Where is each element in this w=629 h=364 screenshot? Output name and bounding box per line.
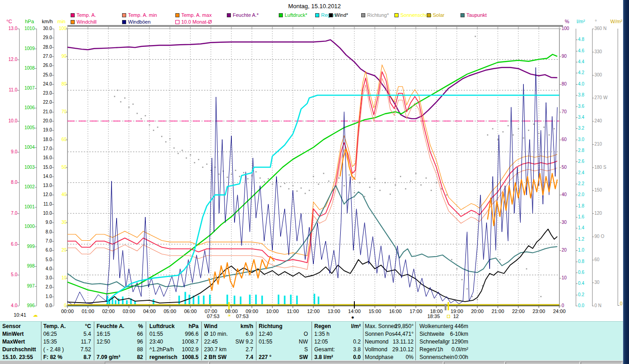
table-cell: 3.8 [334, 347, 361, 352]
x-tick-label: 14:00 [344, 309, 364, 314]
weather-app-window: Montag, 15.10.2012 Temp. A.Temp. A. minT… [0, 0, 629, 364]
table-cell: 29.10.12 [373, 347, 414, 352]
table-divider [94, 322, 94, 361]
x-tick-label: 16:00 [385, 309, 405, 314]
table-divider [41, 322, 41, 361]
x-tick-label: 23:00 [529, 309, 549, 314]
x-tick-label: 01:00 [78, 309, 98, 314]
table-cell: hPa [173, 324, 199, 329]
moonrise-time-label: 10:41 [14, 313, 26, 318]
table-cell: 11.7 [67, 339, 91, 344]
table-divider [256, 322, 256, 361]
sunrise-time-label-2: 07:53 [232, 314, 252, 319]
table-cell: O [280, 331, 308, 337]
new-moon-icon: ● [351, 314, 354, 320]
table-cell: SW [280, 354, 308, 360]
moonrise-icon: ☁ [33, 312, 38, 318]
table-cell: °C [67, 324, 91, 329]
table-divider [312, 322, 312, 361]
x-tick-label: 20:00 [467, 309, 487, 314]
table-cell: Durchschnitt [2, 347, 40, 352]
x-tick-label: 05:00 [160, 309, 180, 314]
table-cell: 6-10km [430, 331, 468, 337]
table-cell: 8.7 [67, 354, 91, 360]
status-bar-segment [105, 362, 209, 364]
x-tick-label: 12:00 [303, 309, 323, 314]
x-tick-label: 21:00 [488, 309, 508, 314]
table-cell: 0.2 [334, 339, 361, 344]
table-cell: SW 9.2 [225, 339, 253, 344]
sunrise-time-label: 07:53 [199, 314, 227, 319]
table-cell: 0.0 [334, 354, 361, 360]
sunset-time-label: 18:35 [424, 314, 444, 319]
table-cell: l/m² [334, 324, 361, 329]
table-cell: 0:00h [430, 354, 468, 360]
table-cell: 96 [118, 339, 143, 344]
table-cell: 5.4 [67, 331, 91, 337]
table-cell: 6.9 [225, 331, 253, 337]
table-cell: 0% [373, 354, 414, 360]
table-cell: 1008.5 [173, 354, 199, 360]
sunset-extra-label: 12 [451, 314, 460, 319]
x-tick-label: 13:00 [324, 309, 344, 314]
x-tick-label: 17:00 [406, 309, 426, 314]
table-cell: % [118, 324, 143, 329]
sunset-square-icon [447, 315, 450, 318]
table-cell: NW [280, 339, 308, 344]
table-cell: 7.4 [225, 354, 253, 360]
table-cell: 66 [118, 331, 143, 337]
table-cell: 1290m [430, 339, 468, 344]
stats-table: SensorTemp. A.°CFeuchte A.%LuftdruckhPaW… [0, 321, 623, 360]
table-cell: Sensor [2, 324, 40, 329]
table-divider [201, 322, 202, 361]
x-tick-label: 06:00 [180, 309, 200, 314]
table-cell: S [280, 347, 308, 352]
status-bar-segment [444, 362, 505, 364]
status-bar-segment [210, 362, 443, 364]
x-tick-label: 11:00 [283, 309, 303, 314]
window-border-right [623, 0, 629, 364]
table-cell: 7.52 [67, 347, 91, 352]
table-cell: 88 [118, 347, 143, 352]
status-bar-segment [581, 362, 622, 364]
table-cell: Richtung [259, 324, 286, 329]
x-tick-label: 15:00 [365, 309, 385, 314]
x-tick-label: 02:00 [98, 309, 118, 314]
table-cell: 996.6 [173, 331, 199, 337]
table-cell: 2.7 [225, 347, 253, 352]
table-cell: 1002.9 [173, 347, 199, 352]
table-divider [415, 322, 416, 361]
x-tick-label: 04:00 [139, 309, 159, 314]
sunrise-icon: ☀ [227, 313, 231, 318]
table-cell: 13.11.12 [373, 339, 414, 344]
x-tick-label: 00:00 [57, 309, 77, 314]
table-cell: MinWert [2, 331, 40, 337]
status-bar-segment [506, 362, 580, 364]
x-tick-label: 22:00 [508, 309, 528, 314]
x-tick-label: 03:00 [119, 309, 139, 314]
table-cell: 1008.7 [173, 339, 199, 344]
table-cell: 82 [118, 354, 143, 360]
x-tick-label: 10:00 [262, 309, 282, 314]
x-tick-label: 24:00 [549, 309, 569, 314]
table-cell: MaxWert [2, 339, 40, 344]
table-cell: 0.0l/m² [430, 347, 468, 352]
table-cell: 446m [430, 324, 468, 329]
table-divider [146, 322, 146, 361]
table-cell: 29,850° [373, 324, 414, 329]
table-cell: -44,471° [373, 331, 414, 337]
status-bar [0, 360, 623, 364]
table-cell: 15.10. 23:55 [2, 354, 40, 360]
table-cell: km/h [225, 324, 253, 329]
table-cell: 1:35 h [314, 331, 343, 337]
table-divider [363, 322, 363, 361]
